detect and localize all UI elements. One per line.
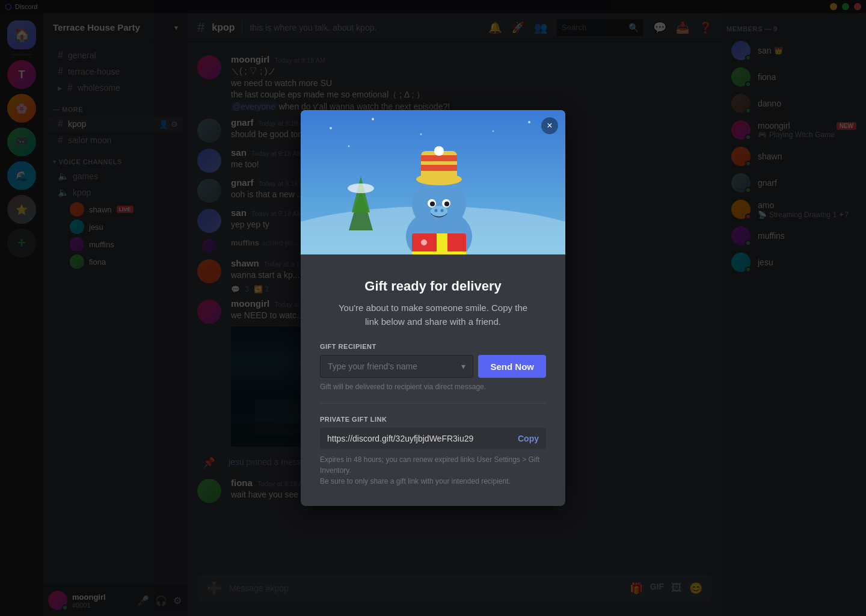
modal-title: Gift ready for delivery (320, 279, 546, 294)
modal-subtitle: You're about to make someone smile. Copy… (320, 301, 546, 328)
modal-divider (320, 403, 546, 404)
modal-overlay[interactable]: × Gift ready for delivery You're about t… (0, 0, 866, 616)
modal-body: Gift ready for delivery You're about to … (301, 254, 565, 506)
gift-modal: × Gift ready for delivery You're about t… (301, 110, 565, 506)
svg-point-21 (430, 202, 435, 206)
svg-rect-15 (421, 155, 457, 161)
svg-point-2 (372, 118, 374, 120)
svg-point-1 (330, 127, 332, 129)
svg-point-10 (348, 183, 374, 193)
svg-rect-28 (412, 251, 466, 254)
close-icon: × (547, 120, 552, 131)
modal-close-button[interactable]: × (541, 117, 558, 134)
recipient-placeholder: Type your friend's name (328, 362, 417, 371)
svg-point-5 (493, 131, 494, 132)
gift-recipient-label: GIFT RECIPIENT (320, 343, 546, 350)
gift-url: https://discord.gift/32uyfjbjdWeFR3iu29 (327, 434, 473, 443)
svg-point-17 (434, 146, 444, 156)
expire-text: Expires in 48 hours; you can renew expir… (320, 454, 546, 487)
svg-rect-27 (437, 233, 447, 254)
modal-illustration (301, 110, 565, 254)
svg-rect-16 (421, 165, 457, 171)
svg-point-18 (416, 173, 462, 185)
svg-point-29 (421, 239, 427, 245)
recipient-input[interactable]: Type your friend's name ▾ (320, 355, 473, 378)
svg-point-24 (435, 209, 438, 212)
dropdown-arrow-icon: ▾ (461, 362, 465, 371)
recipient-hint: Gift will be delivered to recipient via … (320, 383, 546, 391)
copy-button[interactable]: Copy (518, 434, 539, 443)
svg-point-23 (431, 206, 447, 217)
recipient-row: Type your friend's name ▾ Send Now (320, 355, 546, 378)
private-link-label: PRIVATE GIFT LINK (320, 416, 546, 423)
svg-point-6 (348, 146, 350, 147)
gift-link-box: https://discord.gift/32uyfjbjdWeFR3iu29 … (320, 428, 546, 449)
svg-point-25 (441, 209, 444, 212)
svg-point-4 (528, 121, 530, 123)
svg-point-3 (420, 134, 422, 135)
svg-point-22 (444, 202, 449, 206)
send-now-button[interactable]: Send Now (478, 355, 546, 378)
